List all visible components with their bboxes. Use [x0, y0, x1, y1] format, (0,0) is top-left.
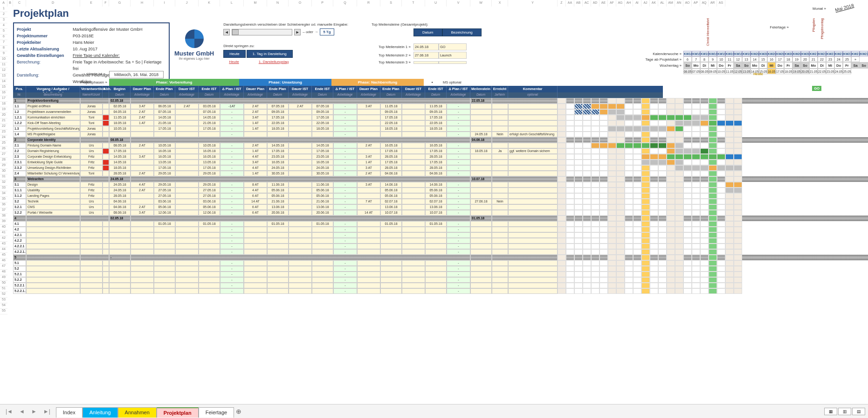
jump-firstday-button[interactable]: 1. Tag in Darstellung	[247, 50, 293, 58]
ms3-date[interactable]	[413, 61, 439, 64]
days-input[interactable]: 5 Tg	[320, 28, 334, 35]
nav-next-icon[interactable]: ►	[28, 408, 40, 415]
slider-label: Darstellungsbereich verschieben über Sch…	[223, 22, 348, 27]
sheet-tab-annahmen[interactable]: Annahmen	[118, 407, 157, 418]
sheet-tab-anleitung[interactable]: Anleitung	[83, 407, 118, 418]
month-label: Monat »	[813, 7, 826, 11]
holiday-1: Christi Himmelfahrt	[706, 18, 710, 46]
ms1-date[interactable]: 24.05.18	[413, 43, 439, 50]
slider-thumb[interactable]	[232, 29, 239, 35]
sheet-tab-feiertage[interactable]: Feiertage	[199, 407, 234, 418]
slider-right-button[interactable]: ►	[294, 29, 301, 35]
nav-prev-icon[interactable]: ◄	[16, 408, 28, 415]
today-label: Heute ist »	[77, 72, 105, 76]
holidays-label: Feiertage »	[770, 25, 789, 29]
phase-2: Phase: Umsetzung	[239, 79, 331, 86]
today-marker: Heute	[753, 72, 763, 76]
ms2-date[interactable]: 27.06.18	[413, 52, 439, 59]
data-grid[interactable]: 1Projektvorbereitung02.05.1822.05.181.1P…	[13, 98, 868, 404]
ms3-name[interactable]	[439, 61, 467, 64]
ms1-name[interactable]: GO	[439, 43, 467, 50]
slider-left-button[interactable]: ◄	[223, 29, 230, 35]
row-headers: 1234567891011121314151617181920212223242…	[0, 7, 7, 404]
sheet-tab-index[interactable]: Index	[56, 407, 83, 418]
column-headers: ABCDEFGHIJKLMNOPQRSTUVWXYZAAABACADAEAFAG…	[0, 0, 868, 7]
go-marker: GO	[812, 86, 821, 91]
view-normal-icon[interactable]: ▦	[824, 408, 837, 415]
jump-firstday-link[interactable]: 1. Darstellungstag	[259, 60, 289, 64]
jump-today-button[interactable]: Heute	[223, 50, 245, 58]
table-subheader: Nr.BeschreibungName/KürzelDatumArbeitsta…	[13, 92, 663, 98]
holiday-3: Pfingstmontag	[820, 18, 824, 39]
page-title: Projektplan	[13, 7, 868, 20]
view-page-icon[interactable]: ▥	[838, 408, 851, 415]
milestones-title: Top Meilensteine (Gesamtprojekt):	[372, 22, 482, 27]
add-sheet-button[interactable]: ⊕	[234, 407, 243, 416]
nav-first-icon[interactable]: |◄	[3, 408, 15, 415]
phase-3: Phase: Nachbereitung	[331, 79, 424, 86]
holiday-2: Pfingsten	[812, 18, 815, 32]
slider-track[interactable]	[232, 29, 292, 35]
sheet-tab-projektplan[interactable]: Projektplan	[157, 407, 199, 418]
calendar-header: Kalenderwoche »KW18KW19KW19KW19KW19KW19K…	[637, 51, 868, 74]
nav-last-icon[interactable]: ►|	[41, 408, 53, 415]
today-value: Mittwoch, 16. Mai. 2018	[109, 71, 164, 78]
view-break-icon[interactable]: ▤	[852, 408, 865, 415]
sheet-footer: |◄ ◄ ► ►| IndexAnleitungAnnahmenProjektp…	[0, 404, 868, 418]
jump-label: Direkt springen zu:	[223, 44, 348, 48]
table-header: Pos.Vorgang / Aufgabe / ArbeitspaketVera…	[13, 86, 663, 92]
ms2-name[interactable]: Launch	[439, 52, 467, 59]
logo-icon	[185, 29, 204, 48]
phase-1: Phase: Vorbereitung	[109, 79, 239, 86]
jump-today-link[interactable]: Heute	[229, 60, 239, 64]
